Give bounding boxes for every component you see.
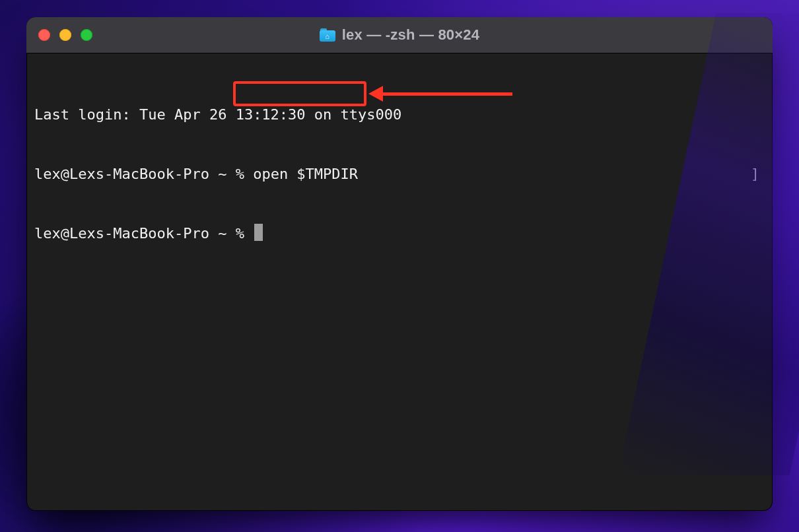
zoom-button[interactable]: [81, 29, 92, 41]
folder-icon: ⌂: [320, 28, 335, 42]
desktop-background: ⌂ lex — -zsh — 80×24 Last login: Tue Apr…: [0, 0, 799, 532]
terminal-line-1: lex@Lexs-MacBook-Pro ~ % open $TMPDIR]: [34, 164, 765, 184]
close-button[interactable]: [38, 29, 50, 41]
terminal-viewport[interactable]: Last login: Tue Apr 26 13:12:30 on ttys0…: [26, 53, 773, 511]
window-title: ⌂ lex — -zsh — 80×24: [26, 26, 773, 44]
right-bracket-glyph: ]: [751, 164, 759, 184]
terminal-line-last-login: Last login: Tue Apr 26 13:12:30 on ttys0…: [34, 105, 765, 125]
prompt-text: lex@Lexs-MacBook-Pro ~ %: [34, 225, 253, 242]
window-titlebar[interactable]: ⌂ lex — -zsh — 80×24: [26, 17, 773, 53]
entered-command: open $TMPDIR: [253, 166, 358, 182]
terminal-window[interactable]: ⌂ lex — -zsh — 80×24 Last login: Tue Apr…: [26, 17, 773, 511]
window-title-text: lex — -zsh — 80×24: [342, 26, 479, 44]
minimize-button[interactable]: [59, 29, 71, 41]
annotation-arrow: [368, 86, 514, 102]
prompt-text: lex@Lexs-MacBook-Pro ~ %: [34, 166, 253, 182]
terminal-cursor: [254, 224, 263, 241]
annotation-highlight-box: [233, 81, 366, 106]
terminal-line-2: lex@Lexs-MacBook-Pro ~ %: [34, 224, 765, 244]
traffic-lights: [38, 29, 92, 41]
